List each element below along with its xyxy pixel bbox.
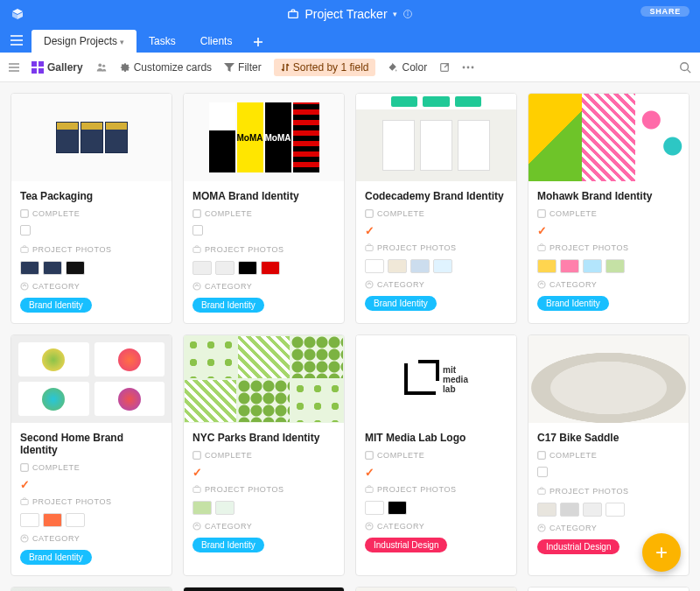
attachment-icon [20,245,29,254]
app-header: Project Tracker ▾ SHARE [0,0,700,28]
svg-rect-49 [538,489,545,495]
svg-rect-40 [21,500,28,505]
menu-icon[interactable] [7,35,32,53]
gallery-card-partial[interactable] [528,587,690,591]
thumbnail-row [192,261,335,275]
svg-rect-39 [21,464,29,472]
card-title: MOMA Brand Identity [192,190,335,202]
tab-tasks[interactable]: Tasks [136,30,188,53]
sort-icon [281,63,290,72]
attachment-icon [537,487,546,496]
gear-icon [120,62,130,73]
svg-rect-31 [193,248,200,253]
tab-design-projects[interactable]: Design Projects▾ [32,30,136,53]
thumbnail [66,513,85,527]
photos-field-label: PROJECT PHOTOS [537,243,680,252]
complete-field-label: COMPLETE [365,209,508,218]
category-pill: Brand Identity [537,296,609,311]
gallery-card[interactable]: MoMAMoMAMOMA Brand IdentityCOMPLETEPROJE… [183,93,345,324]
gallery-card[interactable]: Codecademy Brand IdentityCOMPLETE✓PROJEC… [355,93,517,324]
table-tabs: Design Projects▾ Tasks Clients [0,28,700,53]
collaborators-icon[interactable] [95,61,108,74]
card-cover: MoMAMoMA [184,94,344,181]
gallery-card[interactable]: Mohawk Brand IdentityCOMPLETE✓PROJECT PH… [528,93,690,324]
photos-field-label: PROJECT PHOTOS [192,485,335,494]
complete-checkbox-empty [192,225,335,238]
gallery-card[interactable]: mitmedialabMIT Media Lab LogoCOMPLETE✓PR… [355,334,517,576]
select-icon [192,522,201,531]
gallery-card-partial[interactable] [183,587,345,591]
svg-rect-33 [366,210,374,218]
thumbnail [215,501,234,515]
view-switcher[interactable]: Gallery [32,61,83,74]
card-cover [11,335,172,423]
thumbnail [606,503,625,517]
thumbnail [388,501,407,515]
gallery-scroll[interactable]: Tea PackagingCOMPLETEPROJECT PHOTOSCATEG… [0,82,700,591]
complete-field-label: COMPLETE [537,451,680,460]
thumbnail [215,261,234,275]
checkbox-icon [365,209,374,218]
complete-checkmark-icon: ✓ [365,467,508,478]
add-table-button[interactable] [244,32,272,53]
select-icon [537,280,546,289]
svg-rect-18 [38,68,44,74]
add-record-fab[interactable]: + [642,533,681,572]
card-title: C17 Bike Saddle [537,432,680,444]
thumbnail [583,503,602,517]
attachment-icon [192,245,201,254]
share-view-icon[interactable] [439,62,450,73]
category-field-label: CATEGORY [192,282,335,291]
thumbnail-row [20,261,163,275]
svg-rect-45 [366,452,374,460]
gallery-card-partial[interactable] [355,587,517,591]
svg-rect-46 [366,488,373,493]
thumbnail [365,259,384,273]
thumbnail [433,259,452,273]
thumbnail-row [537,259,680,273]
category-pill: Brand Identity [192,298,264,313]
thumbnail [365,501,384,515]
gallery-card[interactable]: Tea PackagingCOMPLETEPROJECT PHOTOSCATEG… [10,93,172,324]
thumbnail [20,513,39,527]
svg-point-24 [472,66,474,68]
thumbnail [560,259,579,273]
checkbox-icon [20,463,29,472]
filter-button[interactable]: Filter [224,61,262,74]
card-cover [11,94,172,181]
filter-icon [224,62,234,73]
checkbox-icon [192,451,201,460]
customize-cards-button[interactable]: Customize cards [120,61,212,74]
photos-field-label: PROJECT PHOTOS [20,245,163,254]
category-pill: Industrial Design [537,539,620,554]
base-title[interactable]: Project Tracker [304,7,387,21]
checkbox-icon [20,209,29,218]
complete-field-label: COMPLETE [20,209,163,218]
gallery-card[interactable]: NYC Parks Brand IdentityCOMPLETE✓PROJECT… [183,334,345,576]
search-icon[interactable] [679,61,691,74]
complete-checkmark-icon: ✓ [192,467,335,478]
views-sidebar-toggle[interactable] [9,62,19,73]
chevron-down-icon[interactable]: ▾ [393,10,397,18]
gallery-card[interactable]: Second Home Brand IdentityCOMPLETE✓PROJE… [10,334,172,576]
more-icon[interactable] [462,66,474,69]
thumbnail [192,501,212,515]
info-icon[interactable] [402,9,413,19]
share-button[interactable]: SHARE [640,6,690,17]
thumbnail [261,261,280,275]
gallery-card-partial[interactable] [10,587,172,591]
thumbnail [43,513,62,527]
svg-rect-3 [289,11,298,18]
thumbnail-row [365,501,508,515]
color-button[interactable]: Color [388,61,427,74]
svg-rect-28 [21,248,28,253]
thumbnail-row [365,259,508,273]
category-pill: Brand Identity [192,538,264,552]
sort-button[interactable]: Sorted by 1 field [274,59,376,76]
checkbox-icon [537,451,546,460]
gallery-grid-next-row [10,587,690,591]
complete-checkmark-icon: ✓ [537,225,680,236]
tab-clients[interactable]: Clients [188,30,245,53]
app-logo-icon[interactable] [10,7,24,21]
thumbnail [410,259,430,273]
